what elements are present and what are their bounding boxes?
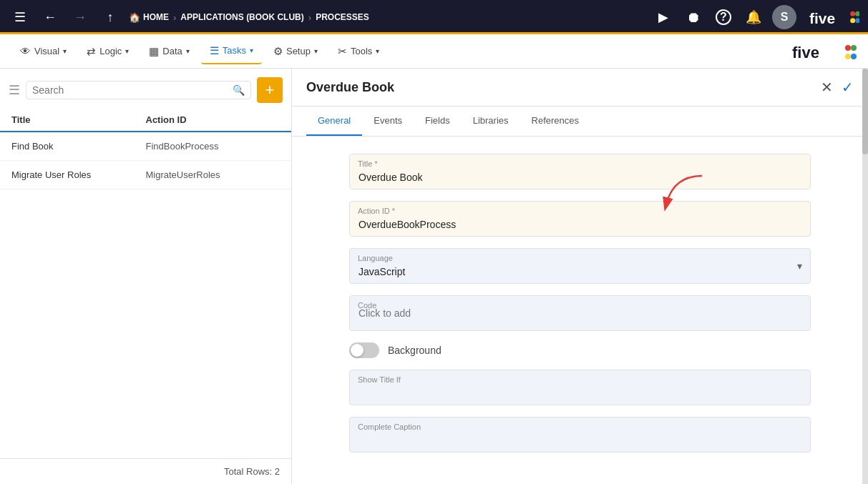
row-1-action: FindBookProcess [146,141,281,152]
table-rows: Find Book FindBookProcess Migrate User R… [0,132,291,458]
total-rows-label: Total Rows: 2 [224,466,280,477]
svg-text:five: five [792,44,819,61]
home-icon: 🏠 [129,12,140,23]
language-field-wrap: Language ▾ [349,248,811,284]
column-title-header: Title [11,114,146,125]
tab-libraries[interactable]: Libraries [462,107,520,136]
tab-fields-label: Fields [425,115,450,126]
close-icon: ✕ [821,79,833,95]
nav-visual[interactable]: 👁 Visual ▾ [11,39,75,64]
svg-point-3 [850,18,855,23]
logic-icon: ⇄ [87,45,96,58]
scrollbar-thumb [862,69,868,154]
tab-events-label: Events [374,115,402,126]
right-panel: Overdue Book ✕ ✓ General Events Fields [292,69,868,484]
nav-tools[interactable]: ✂ Tools ▾ [329,39,388,64]
logic-dropdown-icon: ▾ [125,47,129,55]
help-button[interactable]: ? [712,6,735,29]
main-content: ☰ 🔍 + Title Action ID Find Book FindBook… [0,69,868,484]
tab-libraries-label: Libraries [473,115,509,126]
back-button[interactable]: ← [39,6,62,29]
notifications-button[interactable]: 🔔 [742,6,765,29]
nav-tasks-label: Tasks [223,45,246,56]
svg-point-2 [855,11,859,16]
row-1-title: Find Book [11,141,146,152]
tab-general[interactable]: General [306,107,362,136]
play-button[interactable]: ▶ [652,6,675,29]
visual-icon: 👁 [20,45,31,57]
tab-references[interactable]: References [520,107,590,136]
panel-header: Overdue Book ✕ ✓ [292,69,868,107]
record-button[interactable]: ⏺ [682,6,705,29]
breadcrumb-home[interactable]: 🏠 HOME [129,12,169,23]
background-toggle[interactable] [349,342,379,358]
play-icon: ▶ [658,9,668,25]
help-icon: ? [716,9,731,25]
nav-data[interactable]: ▦ Data ▾ [140,39,198,64]
tasks-icon: ☰ [210,44,219,57]
complete-caption-label: Complete Caption [358,423,421,431]
filter-icon[interactable]: ☰ [9,82,20,98]
code-input[interactable] [349,295,811,331]
breadcrumb-home-label: HOME [143,12,169,22]
code-field-wrap: Code [349,295,811,331]
show-title-input[interactable] [349,370,811,405]
setup-dropdown-icon: ▾ [314,47,318,55]
left-panel-footer: Total Rows: 2 [0,458,291,484]
search-input-wrap: 🔍 [26,81,251,99]
bell-icon: 🔔 [746,9,761,25]
svg-text:five: five [809,10,835,26]
breadcrumb-app[interactable]: APPLICATIONS (BOOK CLUB) [180,12,303,22]
column-action-header: Action ID [146,114,281,125]
breadcrumb-process: PROCESSES [316,12,369,22]
add-button[interactable]: + [257,77,283,103]
language-input[interactable] [349,248,811,284]
nav-tasks[interactable]: ☰ Tasks ▾ [201,39,262,64]
avatar[interactable]: S [772,5,796,29]
nav-tools-label: Tools [351,46,372,56]
svg-point-1 [850,11,855,16]
search-input[interactable] [32,84,228,96]
nav-right-actions: ▶ ⏺ ? 🔔 S five [652,5,859,29]
code-label: Code [358,301,376,310]
left-panel: ☰ 🔍 + Title Action ID Find Book FindBook… [0,69,292,484]
complete-caption-field-wrap: Complete Caption [349,417,811,453]
show-title-field-wrap: Show Title If [349,370,811,405]
up-button[interactable]: ↑ [99,6,122,29]
svg-point-4 [855,18,859,23]
close-button[interactable]: ✕ [821,79,833,96]
hamburger-icon: ☰ [14,9,26,25]
table-row[interactable]: Find Book FindBookProcess [0,132,291,161]
title-input[interactable] [349,154,811,189]
form-group-complete-caption: Complete Caption [349,417,811,453]
table-row[interactable]: Migrate User Roles MigrateUserRoles [0,161,291,189]
panel-actions: ✕ ✓ [821,79,854,96]
table-header: Title Action ID [0,109,291,132]
forward-button[interactable]: → [69,6,92,29]
background-toggle-row: Background [349,342,811,358]
action-id-input[interactable] [349,201,811,237]
back-icon: ← [44,10,57,25]
data-icon: ▦ [149,45,159,58]
background-label: Background [388,345,442,356]
svg-point-9 [851,54,857,59]
confirm-button[interactable]: ✓ [842,79,854,96]
title-field-wrap: Title * [349,154,811,189]
search-bar: ☰ 🔍 + [0,69,291,109]
tab-events[interactable]: Events [362,107,414,136]
tab-general-label: General [318,115,351,126]
svg-point-8 [845,54,851,59]
breadcrumb-separator-1: › [173,12,176,23]
tab-fields[interactable]: Fields [414,107,462,136]
form-area: Title * Action ID * Language ▾ [292,137,868,484]
nav-setup[interactable]: ⚙ Setup ▾ [265,39,326,64]
scrollbar[interactable] [862,69,868,484]
action-id-label: Action ID * [358,207,395,215]
hamburger-menu-button[interactable]: ☰ [9,6,31,29]
nav-logic[interactable]: ⇄ Logic ▾ [78,39,137,64]
nav-logic-label: Logic [99,46,122,56]
add-icon: + [265,82,275,98]
show-title-label: Show Title If [358,375,401,384]
setup-icon: ⚙ [273,45,283,58]
top-navigation: ☰ ← → ↑ 🏠 HOME › APPLICATIONS (BOOK CLUB… [0,0,868,34]
